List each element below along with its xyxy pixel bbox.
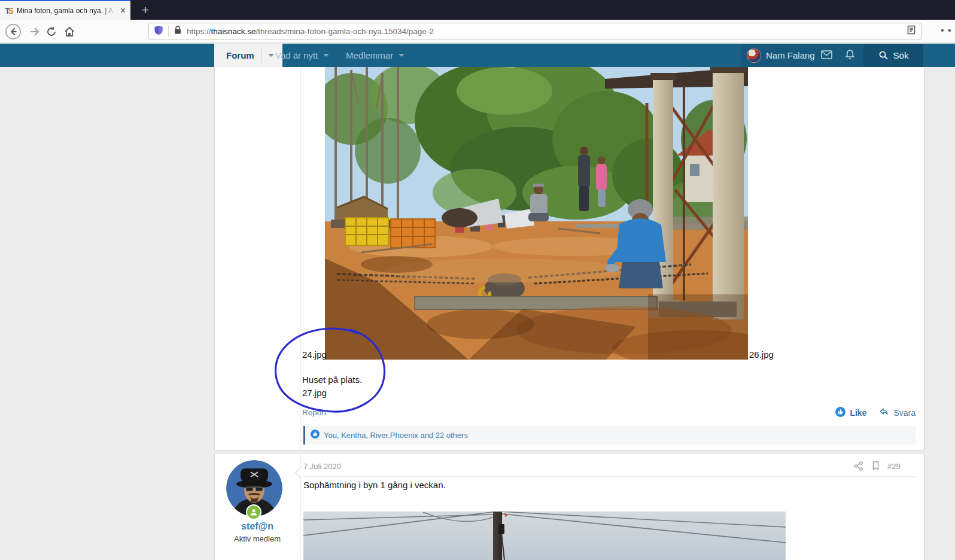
orange-crate bbox=[391, 219, 435, 248]
nav-tab-whats-new-label: Vad är nytt bbox=[275, 50, 318, 60]
attachment-label-left: 24.jpg bbox=[302, 349, 327, 360]
tab-title: Mina foton, gamla och nya. | A bbox=[17, 7, 117, 15]
post-caption-2: 27.jpg bbox=[302, 388, 327, 398]
user-avatar[interactable] bbox=[747, 48, 761, 63]
post-author-title: Aktiv medlem bbox=[214, 534, 300, 543]
person-standing-dark bbox=[578, 147, 590, 211]
lock-icon[interactable] bbox=[174, 25, 182, 37]
like-button[interactable]: Like bbox=[850, 408, 866, 418]
attachment-photo-construction[interactable] bbox=[325, 67, 748, 360]
account-username[interactable]: Nam Falang bbox=[766, 50, 815, 60]
attachment-label-right: 26.jpg bbox=[749, 349, 774, 360]
url-bar[interactable]: https://thaisnack.se/threads/mina-foton-… bbox=[148, 23, 921, 39]
nav-tab-members-label: Medlemmar bbox=[346, 50, 393, 60]
chevron-down-icon[interactable] bbox=[323, 54, 329, 57]
chevron-down-icon[interactable] bbox=[399, 54, 404, 57]
like-thumb-icon[interactable] bbox=[835, 407, 845, 419]
post-header-divider bbox=[303, 476, 916, 477]
home-button[interactable] bbox=[61, 23, 78, 40]
chevron-down-icon[interactable] bbox=[268, 54, 274, 57]
post-actions: Like Svara bbox=[825, 407, 916, 419]
share-icon[interactable] bbox=[854, 461, 863, 473]
forward-button[interactable] bbox=[25, 23, 42, 40]
post-body-text: Sophämtning i byn 1 gång i veckan. bbox=[303, 480, 446, 490]
bookmark-icon[interactable] bbox=[871, 461, 880, 473]
search-icon bbox=[878, 50, 889, 60]
alerts-bell-icon[interactable] bbox=[845, 49, 855, 63]
nav-tab-members[interactable]: Medlemmar bbox=[346, 44, 404, 67]
site-favicon-icon: TS bbox=[5, 6, 12, 16]
likes-summary[interactable]: You, Kentha, River.Phoenix and 22 others bbox=[324, 431, 468, 440]
url-text[interactable]: https://thaisnack.se/threads/mina-foton-… bbox=[187, 27, 907, 36]
reload-button[interactable] bbox=[43, 23, 60, 40]
back-button[interactable] bbox=[5, 23, 22, 40]
search-button[interactable]: Sök bbox=[863, 44, 923, 67]
nav-tab-forum-label: Forum bbox=[226, 50, 254, 60]
overflow-menu-button[interactable]: • • bbox=[941, 25, 952, 36]
inbox-envelope-icon[interactable] bbox=[821, 50, 832, 62]
post-date[interactable]: 7 Juli 2020 bbox=[303, 462, 341, 471]
close-tab-icon[interactable]: × bbox=[120, 5, 126, 16]
browser-tab-bar: TS Mina foton, gamla och nya. | A × + bbox=[0, 0, 955, 20]
nav-tab-forum[interactable]: Forum bbox=[214, 44, 282, 67]
post-caption: Huset på plats. bbox=[302, 375, 362, 385]
likes-bar[interactable]: You, Kentha, River.Phoenix and 22 others bbox=[303, 426, 916, 445]
avatar-column-divider bbox=[300, 67, 301, 450]
reply-button[interactable]: Svara bbox=[893, 408, 916, 418]
tracking-protection-shield-icon[interactable] bbox=[154, 25, 163, 38]
url-separator bbox=[168, 26, 169, 36]
nav-tab-divider bbox=[261, 48, 262, 63]
post-author-username[interactable]: stef@n bbox=[214, 521, 300, 532]
yellow-crate bbox=[345, 218, 388, 245]
report-link[interactable]: Report bbox=[302, 408, 327, 417]
likes-thumb-icon bbox=[311, 430, 320, 441]
online-status-badge bbox=[246, 504, 261, 520]
reader-view-icon[interactable] bbox=[907, 25, 916, 37]
reply-icon[interactable] bbox=[879, 407, 889, 418]
browser-tab[interactable]: TS Mina foton, gamla och nya. | A × bbox=[0, 0, 130, 20]
nav-tab-whats-new[interactable]: Vad är nytt bbox=[275, 44, 329, 67]
post-number-link[interactable]: #29 bbox=[887, 462, 901, 471]
new-tab-button[interactable]: + bbox=[136, 1, 154, 19]
search-label: Sök bbox=[893, 50, 909, 60]
attachment-photo-powerlines[interactable] bbox=[303, 512, 786, 560]
